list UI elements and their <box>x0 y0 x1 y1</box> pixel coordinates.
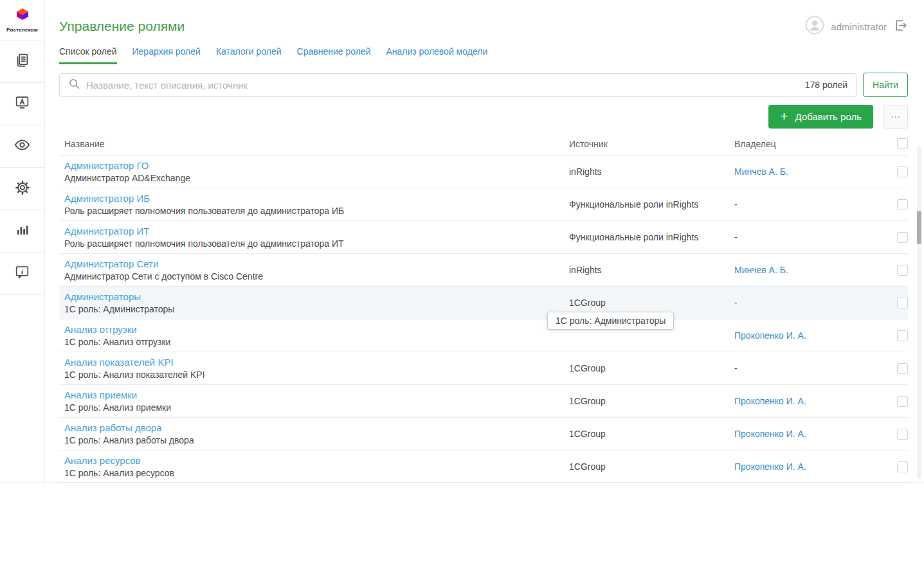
topbar: Управление ролями administrator <box>59 15 908 37</box>
row-checkbox[interactable] <box>897 232 908 243</box>
eye-icon <box>14 136 31 156</box>
column-header-name[interactable]: Название <box>59 139 569 149</box>
add-role-label: Добавить роль <box>795 111 862 122</box>
tab-role-comparison[interactable]: Сравнение ролей <box>297 46 371 64</box>
role-name-link[interactable]: Анализ приемки <box>64 389 137 400</box>
bar-chart-icon <box>15 222 30 240</box>
row-checkbox[interactable] <box>897 265 908 276</box>
role-name-link[interactable]: Анализ отгрузки <box>64 324 137 335</box>
role-description: 1С роль: Анализ отгрузки <box>64 337 569 347</box>
row-checkbox[interactable] <box>897 429 908 440</box>
row-checkbox[interactable] <box>897 298 908 308</box>
tab-role-hierarchy[interactable]: Иерархия ролей <box>132 46 201 64</box>
row-checkbox[interactable] <box>897 461 908 472</box>
role-owner-link[interactable]: Прокопенко И. А. <box>734 396 806 406</box>
documents-icon <box>14 52 30 71</box>
roles-table: Название Источник Владелец Администратор… <box>59 138 908 483</box>
person-icon <box>805 15 824 37</box>
role-source: Функциональные роли inRights <box>569 232 734 242</box>
user-avatar[interactable] <box>805 15 824 37</box>
role-description: Роль расширяет полномочия пользователя д… <box>64 206 569 216</box>
role-source: 1CGroup <box>569 396 734 406</box>
role-name-link[interactable]: Анализ работы двора <box>64 422 162 433</box>
table-row[interactable]: Анализ ресурсов 1С роль: Анализ ресурсов… <box>59 451 908 483</box>
table-body: Администратор ГО Администратор AD&Exchan… <box>59 156 908 483</box>
sidebar-item-settings[interactable] <box>0 168 44 210</box>
role-source: 1CGroup <box>569 429 734 439</box>
sidebar-item-reports[interactable] <box>0 210 44 253</box>
role-name-link[interactable]: Администратор ИТ <box>64 226 149 237</box>
table-row[interactable]: Администратор ИТ Роль расширяет полномоч… <box>59 221 908 254</box>
row-checkbox[interactable] <box>897 363 908 374</box>
role-description: Администратор AD&Exchange <box>64 173 569 183</box>
tab-role-list[interactable]: Список ролей <box>59 46 117 64</box>
role-description: 1С роль: Анализ ресурсов <box>64 468 569 478</box>
add-role-button[interactable]: + Добавить роль <box>768 105 873 129</box>
more-actions-button[interactable]: ⋯ <box>883 105 908 129</box>
column-header-source[interactable]: Источник <box>569 139 734 149</box>
table-row[interactable]: Анализ отгрузки 1С роль: Анализ отгрузки… <box>59 319 908 352</box>
board-icon <box>14 94 30 113</box>
role-owner-link[interactable]: Прокопенко И. А. <box>734 429 806 439</box>
search-input[interactable] <box>86 80 799 91</box>
role-description: Администратор Сети с доступом в Cisco Ce… <box>64 271 569 282</box>
username: administrator <box>831 21 887 32</box>
table-row[interactable]: Администраторы 1С роль: Администраторы 1… <box>59 287 908 319</box>
tooltip: 1С роль: Администраторы <box>547 312 674 330</box>
role-name-link[interactable]: Администратор Сети <box>64 258 158 269</box>
search-box[interactable]: 178 ролей <box>59 73 856 97</box>
role-source: 1CGroup <box>569 363 734 373</box>
table-scrollbar[interactable] <box>917 147 921 479</box>
role-description: Роль расширяет полномочия пользователя д… <box>64 238 569 249</box>
row-checkbox[interactable] <box>897 330 908 341</box>
scrollbar-thumb[interactable] <box>917 211 921 244</box>
role-name-link[interactable]: Администратор ГО <box>64 160 149 171</box>
tab-bar: Список ролей Иерархия ролей Каталоги рол… <box>59 46 908 64</box>
role-owner-link[interactable]: - <box>734 199 738 210</box>
sidebar-item-view[interactable] <box>0 125 44 168</box>
role-description: 1С роль: Анализ работы двора <box>64 435 569 445</box>
role-owner-link[interactable]: Прокопенко И. А. <box>734 461 806 472</box>
role-owner-link[interactable]: Прокопенко И. А. <box>734 330 806 341</box>
role-owner-link[interactable]: Минчев А. Б. <box>734 166 788 177</box>
row-checkbox[interactable] <box>897 166 908 177</box>
role-name-link[interactable]: Анализ ресурсов <box>64 455 141 466</box>
table-row[interactable]: Администратор ИБ Роль расширяет полномоч… <box>59 188 908 221</box>
row-checkbox[interactable] <box>897 199 908 210</box>
column-header-owner[interactable]: Владелец <box>734 139 887 149</box>
role-owner-link[interactable]: - <box>734 232 738 242</box>
role-name-link[interactable]: Администратор ИБ <box>64 193 150 204</box>
ellipsis-icon: ⋯ <box>891 111 901 122</box>
role-name-link[interactable]: Администраторы <box>64 291 141 302</box>
search-row: 178 ролей Найти <box>59 73 908 97</box>
tab-role-model-analysis[interactable]: Анализ ролевой модели <box>386 46 487 64</box>
role-description: 1С роль: Анализ показателей KPI <box>64 370 569 380</box>
find-button[interactable]: Найти <box>863 73 908 97</box>
table-row[interactable]: Администратор Сети Администратор Сети с … <box>59 254 908 287</box>
table-row[interactable]: Администратор ГО Администратор AD&Exchan… <box>59 156 908 188</box>
select-all-checkbox[interactable] <box>897 138 908 149</box>
role-source: Функциональные роли inRights <box>569 199 734 210</box>
plus-icon: + <box>780 109 788 123</box>
sidebar-item-feedback[interactable] <box>0 253 44 295</box>
rostelecom-logo[interactable]: Ростелеком <box>0 0 44 40</box>
table-row[interactable]: Анализ работы двора 1С роль: Анализ рабо… <box>59 418 908 451</box>
table-row[interactable]: Анализ приемки 1С роль: Анализ приемки 1… <box>59 385 908 418</box>
table-row[interactable]: Анализ показателей KPI 1С роль: Анализ п… <box>59 352 908 385</box>
sidebar-item-roles[interactable] <box>0 40 44 83</box>
roles-count: 178 ролей <box>805 80 847 90</box>
row-checkbox[interactable] <box>897 396 908 407</box>
role-owner-link[interactable]: - <box>734 363 738 373</box>
sidebar: Ростелеком <box>0 0 45 482</box>
sidebar-item-certification[interactable] <box>0 83 44 125</box>
logout-button[interactable] <box>893 18 908 35</box>
gear-icon <box>14 179 31 199</box>
actions-row: + Добавить роль ⋯ <box>59 105 908 129</box>
sidebar-nav <box>0 40 44 295</box>
role-owner-link[interactable]: - <box>734 298 738 308</box>
role-source: inRights <box>569 265 734 275</box>
tab-role-catalogs[interactable]: Каталоги ролей <box>216 46 282 64</box>
role-name-link[interactable]: Анализ показателей KPI <box>64 357 174 368</box>
role-owner-link[interactable]: Минчев А. Б. <box>734 265 788 275</box>
role-source: 1CGroup <box>569 461 734 472</box>
